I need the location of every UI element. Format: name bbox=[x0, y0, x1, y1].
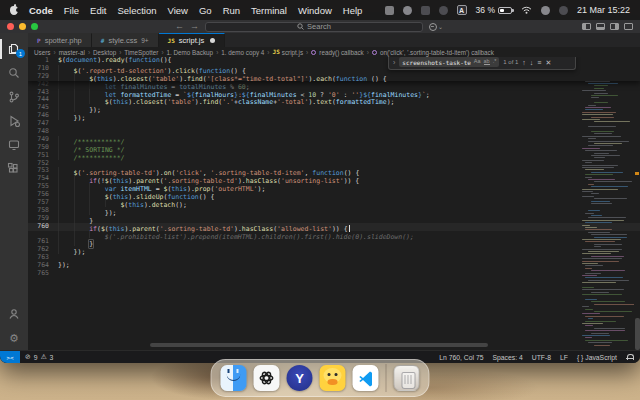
close-button[interactable] bbox=[7, 23, 14, 30]
code-editor[interactable]: 1$(document).ready(function(){710$('.rep… bbox=[28, 57, 640, 350]
tab-spotter.php[interactable]: Pspotter.php bbox=[28, 33, 92, 47]
previous-match-icon[interactable]: ↑ bbox=[522, 59, 526, 66]
vertical-scrollbar[interactable] bbox=[635, 318, 640, 350]
horizontal-scrollbar[interactable] bbox=[150, 343, 488, 347]
match-case-icon[interactable]: Aa bbox=[474, 59, 481, 65]
code-line[interactable]: 754if(!$(this).parent('.sorting-table-td… bbox=[28, 175, 640, 183]
breadcrumb-item[interactable]: master-al bbox=[59, 49, 85, 56]
tab-script.js[interactable]: JSscript.js bbox=[159, 33, 226, 47]
input-source-icon[interactable]: A bbox=[457, 5, 467, 15]
customize-layout-icon[interactable] bbox=[624, 23, 633, 30]
control-center-icon[interactable] bbox=[541, 6, 550, 15]
user-menu-icon[interactable] bbox=[559, 6, 568, 15]
toggle-panel-icon[interactable] bbox=[596, 23, 605, 30]
menubar-extra-icon[interactable] bbox=[385, 6, 394, 15]
dock-icon-finder[interactable] bbox=[221, 365, 247, 391]
menubar-item-go[interactable]: Go bbox=[199, 5, 212, 16]
language-mode[interactable]: { } JavaScript bbox=[577, 354, 617, 361]
menubar-item-window[interactable]: Window bbox=[298, 5, 332, 16]
line-number[interactable]: 742 bbox=[28, 81, 58, 89]
toggle-sidebar-icon[interactable] bbox=[582, 23, 591, 30]
breadcrumb-item[interactable]: JSscript.js bbox=[273, 49, 304, 56]
dock-icon-duck-app[interactable] bbox=[320, 365, 346, 391]
sidebar-item-explorer[interactable]: 1 bbox=[0, 37, 28, 61]
dock-icon-yandex-browser[interactable]: Y bbox=[287, 365, 313, 391]
code-line[interactable]: 765 bbox=[28, 270, 640, 278]
next-match-icon[interactable]: ↓ bbox=[530, 59, 534, 66]
code-line[interactable]: 749/***********/ bbox=[28, 136, 640, 144]
code-line[interactable]: 756$(this).slideUp(function() { bbox=[28, 191, 640, 199]
code-line[interactable]: 747 bbox=[28, 120, 640, 128]
find-input[interactable]: screenshots-task-text Aa ab .* bbox=[399, 57, 499, 67]
line-number[interactable]: 760 bbox=[28, 223, 58, 231]
code-line[interactable]: 744$(this).closest('table').find('.'+cla… bbox=[28, 96, 640, 104]
line-number[interactable]: 729 bbox=[28, 73, 58, 81]
toggle-secondary-sidebar-icon[interactable] bbox=[610, 23, 619, 30]
code-line[interactable]: 759} bbox=[28, 215, 640, 223]
toggle-replace-icon[interactable]: › bbox=[393, 59, 395, 66]
command-center-search[interactable]: Search bbox=[205, 22, 423, 32]
whole-word-icon[interactable]: ab bbox=[484, 59, 490, 66]
eol-setting[interactable]: LF bbox=[560, 354, 568, 361]
breadcrumb-item[interactable]: TimeSpotter bbox=[124, 49, 158, 56]
code-line[interactable]: 753$('.sorting-table-td').on('click', '.… bbox=[28, 167, 640, 175]
forward-button[interactable]: → bbox=[190, 22, 199, 31]
code-line[interactable]: 760if($(this).parent('.sorting-table-td'… bbox=[28, 223, 640, 231]
line-number[interactable]: 765 bbox=[28, 270, 58, 278]
breadcrumb-item[interactable]: 1. Demo Backup bbox=[167, 49, 214, 56]
sidebar-item-run-debug[interactable] bbox=[0, 109, 28, 133]
regex-icon[interactable]: .* bbox=[493, 59, 497, 65]
code-line[interactable]: 757$(this).detach(); bbox=[28, 199, 640, 207]
breadcrumb-item[interactable]: ready() callback bbox=[311, 49, 363, 56]
menubar-extra-icon[interactable] bbox=[439, 6, 448, 15]
ghost-suggestion-line[interactable]: $('.prohibited-list').prepend(itemHTML).… bbox=[28, 231, 640, 239]
dock-icon-trash[interactable] bbox=[394, 365, 420, 391]
copilot-menu-button[interactable]: ⌄ bbox=[429, 23, 443, 31]
accounts-button[interactable] bbox=[0, 302, 28, 326]
encoding-setting[interactable]: UTF-8 bbox=[532, 354, 551, 361]
apple-menu-icon[interactable] bbox=[10, 6, 18, 15]
menubar-item-help[interactable]: Help bbox=[343, 5, 363, 16]
settings-button[interactable]: ⚙ bbox=[0, 326, 28, 350]
breadcrumb-item[interactable]: Users bbox=[34, 49, 50, 56]
menubar-item-run[interactable]: Run bbox=[223, 5, 240, 16]
notifications-bell-icon[interactable] bbox=[626, 354, 633, 361]
back-button[interactable]: ← bbox=[175, 22, 184, 31]
indentation-setting[interactable]: Spaces: 4 bbox=[493, 354, 523, 361]
sidebar-item-source-control[interactable] bbox=[0, 85, 28, 109]
code-line[interactable]: 729$(this).closest('table').find('[class… bbox=[28, 73, 640, 81]
code-line[interactable]: 750/* SORTING */ bbox=[28, 144, 640, 152]
menubar-clock[interactable]: 21 Mar 15:22 bbox=[577, 5, 630, 15]
minimize-button[interactable] bbox=[19, 23, 26, 30]
problems-indicator[interactable]: ⊘9 ⚠3 bbox=[20, 353, 53, 361]
code-line[interactable]: 764}); bbox=[28, 262, 640, 270]
find-in-selection-icon[interactable]: ≡ bbox=[537, 59, 541, 66]
breadcrumb-item[interactable]: on('click', '.sorting-table-td-item') ca… bbox=[372, 49, 494, 56]
sidebar-item-search[interactable] bbox=[0, 61, 28, 85]
menubar-item-terminal[interactable]: Terminal bbox=[251, 5, 287, 16]
sidebar-item-remote-explorer[interactable] bbox=[0, 133, 28, 157]
zoom-button[interactable] bbox=[31, 23, 38, 30]
menubar-item-edit[interactable]: Edit bbox=[90, 5, 106, 16]
code-line[interactable]: 748 bbox=[28, 128, 640, 136]
close-find-icon[interactable]: ✕ bbox=[545, 59, 551, 66]
tab-style.css[interactable]: #style.css9+ bbox=[92, 33, 159, 47]
code-line[interactable]: 763 bbox=[28, 254, 640, 262]
cursor-position[interactable]: Ln 760, Col 75 bbox=[439, 354, 483, 361]
wifi-icon[interactable] bbox=[521, 6, 532, 14]
remote-indicator[interactable]: >< bbox=[0, 351, 20, 364]
menubar-extra-icon[interactable] bbox=[421, 6, 430, 15]
menubar-item-file[interactable]: File bbox=[64, 5, 79, 16]
breadcrumb-item[interactable]: 1. demo copy 4 bbox=[221, 49, 264, 56]
code-line[interactable]: 762}); bbox=[28, 246, 640, 254]
code-line[interactable]: 751/***********/ bbox=[28, 152, 640, 160]
menubar-item-selection[interactable]: Selection bbox=[117, 5, 156, 16]
menubar-item-code[interactable]: Code bbox=[29, 5, 53, 16]
sidebar-item-extensions[interactable] bbox=[0, 157, 28, 181]
dock-icon-vscode[interactable] bbox=[353, 365, 379, 391]
menubar-extra-icon[interactable] bbox=[403, 6, 412, 15]
code-line[interactable]: 746}); bbox=[28, 112, 640, 120]
dock-icon-chatgpt[interactable] bbox=[254, 365, 280, 391]
menubar-item-view[interactable]: View bbox=[168, 5, 188, 16]
titlebar[interactable]: ← → Search ⌄ bbox=[0, 20, 640, 33]
